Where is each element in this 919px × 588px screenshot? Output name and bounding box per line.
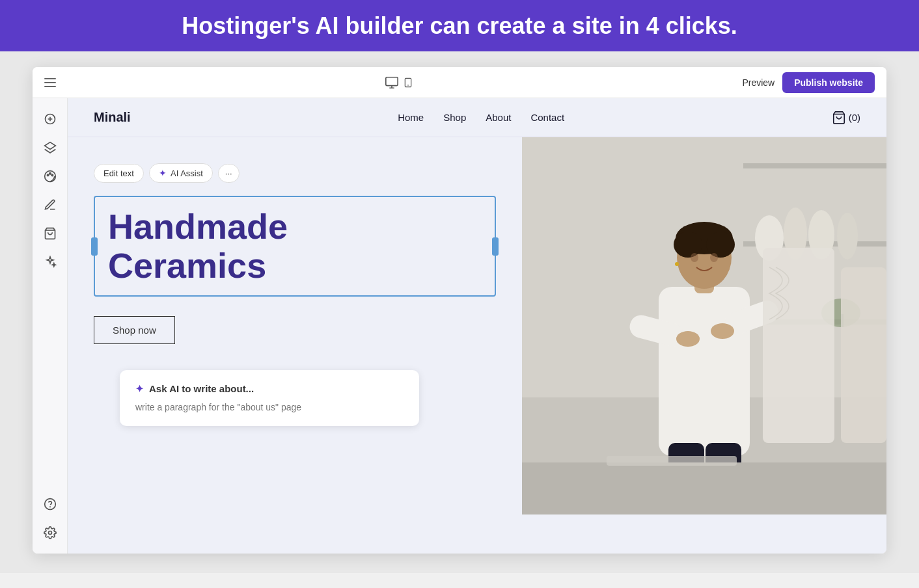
- hero-image: [522, 137, 886, 514]
- sparkle-icon: ✦: [159, 168, 167, 178]
- svg-rect-44: [763, 248, 834, 443]
- topbar-center: [385, 75, 413, 90]
- ai-sparkle-icon: ✦: [135, 383, 144, 395]
- shop-now-button[interactable]: Shop now: [94, 316, 175, 344]
- main-layout: Minali Home Shop About Contact: [33, 98, 886, 554]
- topbar: Preview Publish website: [33, 67, 886, 98]
- nav-home[interactable]: Home: [398, 112, 424, 123]
- svg-point-39: [675, 262, 679, 266]
- device-toggle[interactable]: [385, 75, 413, 90]
- svg-rect-0: [386, 77, 398, 85]
- svg-rect-47: [607, 456, 737, 466]
- hero-image-area: [522, 137, 886, 514]
- sidebar-item-edit[interactable]: [37, 192, 63, 218]
- sidebar-item-settings[interactable]: [37, 520, 63, 546]
- sidebar-item-help[interactable]: [37, 491, 63, 517]
- svg-point-12: [51, 174, 53, 176]
- hero-section: Edit text ✦ AI Assist ···: [68, 137, 886, 514]
- nav-about[interactable]: About: [486, 112, 511, 123]
- svg-point-41: [710, 253, 718, 262]
- topbar-left: [44, 78, 56, 87]
- site-logo: Minali: [94, 110, 131, 125]
- svg-point-38: [706, 232, 735, 258]
- svg-point-37: [674, 232, 702, 258]
- promo-banner: Hostinger's AI builder can create a site…: [0, 0, 919, 51]
- canvas-area: Minali Home Shop About Contact: [68, 98, 886, 554]
- svg-rect-46: [522, 462, 886, 514]
- cart-count: (0): [849, 112, 860, 123]
- nav-contact[interactable]: Contact: [530, 112, 564, 123]
- ai-panel-input[interactable]: [135, 402, 404, 412]
- sidebar-item-layers[interactable]: [37, 135, 63, 161]
- svg-point-11: [49, 173, 51, 175]
- svg-point-33: [711, 323, 734, 339]
- hero-title: Handmade Ceramics: [108, 207, 482, 285]
- sidebar-item-palette[interactable]: [37, 163, 63, 189]
- svg-rect-20: [743, 163, 886, 168]
- banner-text: Hostinger's AI builder can create a site…: [182, 12, 737, 40]
- site-cart[interactable]: (0): [832, 111, 860, 125]
- mobile-icon[interactable]: [403, 75, 413, 90]
- preview-button[interactable]: Preview: [742, 77, 775, 88]
- ai-assist-button[interactable]: ✦ AI Assist: [149, 163, 213, 183]
- menu-icon[interactable]: [44, 78, 56, 87]
- hero-left: Edit text ✦ AI Assist ···: [68, 137, 522, 514]
- edit-toolbar: Edit text ✦ AI Assist ···: [94, 163, 496, 183]
- svg-marker-8: [44, 142, 55, 150]
- ai-panel: ✦ Ask AI to write about...: [120, 370, 419, 426]
- resize-handle-left[interactable]: [91, 237, 98, 256]
- builder-window: Preview Publish website: [33, 67, 886, 554]
- sidebar-bottom: [37, 491, 63, 546]
- svg-point-32: [676, 331, 700, 347]
- sidebar-item-shop[interactable]: [37, 220, 63, 247]
- sidebar-item-ai[interactable]: [37, 249, 63, 275]
- resize-handle-right[interactable]: [492, 237, 499, 256]
- sidebar-top: [37, 106, 63, 275]
- nav-shop[interactable]: Shop: [443, 112, 466, 123]
- sidebar-item-add[interactable]: [37, 106, 63, 132]
- cart-icon: [832, 111, 846, 125]
- more-options-button[interactable]: ···: [218, 164, 240, 183]
- site-nav-links: Home Shop About Contact: [398, 112, 564, 123]
- sidebar: [33, 98, 68, 554]
- edit-text-button[interactable]: Edit text: [94, 164, 144, 183]
- site-navbar: Minali Home Shop About Contact: [68, 98, 886, 137]
- svg-point-26: [837, 213, 858, 260]
- publish-button[interactable]: Publish website: [782, 72, 875, 93]
- topbar-right: Preview Publish website: [742, 72, 875, 93]
- ai-panel-header: ✦ Ask AI to write about...: [135, 383, 404, 395]
- website-preview: Minali Home Shop About Contact: [68, 98, 886, 554]
- svg-point-16: [48, 531, 51, 535]
- outer-wrapper: Preview Publish website: [0, 51, 919, 573]
- monitor-icon[interactable]: [385, 75, 399, 90]
- svg-point-10: [47, 174, 49, 176]
- svg-rect-45: [841, 267, 886, 443]
- svg-point-40: [691, 253, 698, 262]
- text-edit-box: Handmade Ceramics: [94, 196, 496, 297]
